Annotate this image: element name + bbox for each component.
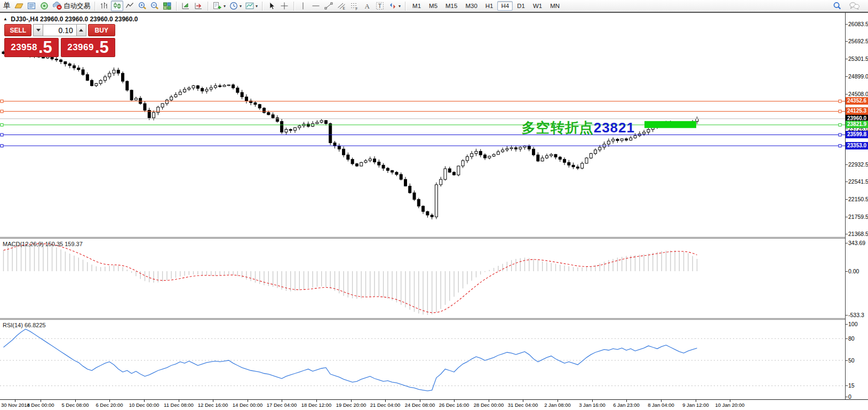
candle (289, 130, 292, 131)
trendline-button[interactable] (323, 1, 335, 11)
candle (82, 70, 84, 75)
candle (214, 86, 217, 88)
level-lines[interactable] (0, 100, 845, 147)
macd-indicator-panel[interactable] (0, 239, 845, 318)
candle (440, 179, 442, 185)
axis-tick (846, 76, 848, 77)
time-axis[interactable]: 30 Nov 20184 Dec 00:005 Dec 08:006 Dec 2… (0, 399, 868, 410)
indicators-button[interactable]: ▾ (211, 1, 227, 11)
candle (108, 73, 111, 77)
candle (395, 172, 398, 175)
candlestick-chart-button[interactable] (111, 1, 123, 11)
dropdown-caret-icon[interactable]: ▾ (240, 4, 242, 9)
candle (492, 154, 495, 156)
candle (241, 92, 243, 97)
bar-chart-button[interactable] (98, 1, 110, 11)
candle (448, 169, 451, 172)
candle (338, 146, 340, 149)
templates-button[interactable]: ▾ (244, 1, 259, 11)
auto-scroll-button[interactable] (180, 1, 192, 11)
rsi-indicator-panel[interactable] (0, 320, 845, 399)
pivot-annotation[interactable]: 多空转折点23821 (522, 119, 635, 137)
axis-tick (846, 385, 848, 386)
candle (298, 126, 301, 128)
candle (594, 150, 597, 154)
price-axis[interactable]: 26083.525692.525301.524899.024508.023726… (845, 13, 868, 399)
navigator-button[interactable] (38, 1, 51, 11)
one-click-trading-panel: SELL 0.10 BUY 23958 .5 23969 .5 (4, 24, 115, 57)
candle (461, 161, 464, 166)
horizontal-line-button[interactable] (310, 1, 322, 11)
cursor-button[interactable] (266, 1, 278, 11)
timeframe-m30-button[interactable]: M30 (461, 1, 481, 11)
resistance-line-1-price-tag: 24352.6 (846, 97, 868, 105)
line-chart-button[interactable] (124, 1, 136, 11)
collapse-panel-icon[interactable]: ▲ (3, 17, 7, 21)
equidistant-channel-button[interactable]: E (336, 1, 348, 11)
price-axis-label: 24899.0 (848, 73, 868, 80)
text-label-button[interactable]: T (374, 1, 386, 11)
timeframe-h1-button[interactable]: H1 (482, 1, 497, 11)
new-order-button[interactable] (13, 1, 25, 11)
toolbar-separator (176, 2, 178, 11)
line-handle (1, 100, 3, 102)
candle (343, 149, 345, 155)
highlight-zone[interactable] (644, 121, 696, 128)
autotrading-button[interactable]: 自动交易 (51, 1, 92, 11)
timeframe-m15-button[interactable]: M15 (442, 1, 461, 11)
buy-price-display[interactable]: 23969 .5 (61, 38, 115, 57)
axis-tick (846, 164, 848, 165)
zoom-out-button[interactable] (149, 1, 161, 11)
zoom-in-button[interactable] (137, 1, 148, 11)
toolbar-separator (293, 2, 295, 11)
chart-title: ▲ DJ30-,H4 23960.0 23960.0 23960.0 23960… (3, 15, 138, 23)
timeframe-h4-button[interactable]: H4 (497, 1, 513, 11)
text-button[interactable]: A (361, 1, 373, 11)
chart-shift-button[interactable] (193, 1, 205, 11)
timeframe-mn-button[interactable]: MN (546, 1, 563, 11)
crosshair-button[interactable] (278, 1, 291, 11)
timeframe-d1-button[interactable]: D1 (513, 1, 529, 11)
orders-button[interactable]: 单 (2, 1, 12, 11)
line-handle (839, 133, 841, 136)
periods-button[interactable]: ▾ (228, 1, 243, 11)
dropdown-caret-icon[interactable]: ▾ (399, 4, 401, 9)
fibonacci-button[interactable]: F (348, 1, 361, 11)
volume-increase-button[interactable] (76, 24, 86, 36)
dropdown-caret-icon[interactable]: ▾ (224, 4, 226, 9)
sell-button[interactable]: SELL (4, 24, 31, 36)
arrows-button[interactable]: ▾ (387, 1, 402, 11)
timeframe-m5-button[interactable]: M5 (425, 1, 441, 11)
search-button[interactable] (831, 1, 843, 11)
tile-windows-button[interactable] (161, 1, 173, 11)
chat-button[interactable] (848, 1, 862, 11)
candle (77, 68, 80, 69)
candle (475, 151, 477, 153)
timeframe-w1-button[interactable]: W1 (529, 1, 546, 11)
volume-decrease-button[interactable] (33, 24, 43, 36)
price-axis-label: 0.00 (848, 268, 859, 274)
candle (647, 130, 650, 132)
candle (550, 154, 553, 156)
market-watch-button[interactable] (26, 1, 38, 11)
buy-button[interactable]: BUY (88, 24, 115, 36)
candle (369, 159, 371, 161)
axis-tick (846, 24, 848, 25)
svg-text:A: A (365, 2, 370, 10)
line-handle (1, 145, 3, 147)
candle (563, 159, 566, 162)
candle (413, 193, 416, 200)
candle (281, 121, 283, 132)
vertical-line-button[interactable] (297, 1, 309, 11)
timeframe-m1-button[interactable]: M1 (409, 1, 425, 11)
candle (625, 139, 627, 140)
candlestick-chart[interactable] (0, 13, 845, 237)
time-axis-label: 8 Jan 04:00 (648, 402, 674, 408)
axis-tick (846, 360, 848, 361)
sell-price-display[interactable]: 23958 .5 (4, 38, 59, 57)
dropdown-caret-icon[interactable]: ▾ (256, 4, 258, 9)
volume-input[interactable]: 0.10 (43, 24, 76, 36)
candle (514, 148, 517, 149)
axis-tick (846, 338, 848, 339)
line-handle (1, 133, 3, 136)
